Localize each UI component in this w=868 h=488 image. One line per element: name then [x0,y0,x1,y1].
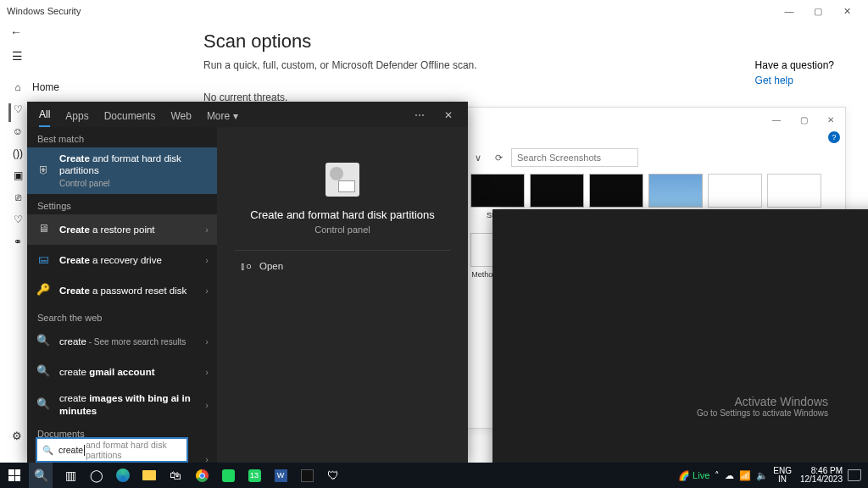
result-recovery-drive[interactable]: 🖴 Create a recovery drive › [27,245,217,275]
dropdown-icon[interactable]: ∨ [470,150,486,165]
close-button[interactable]: ✕ [832,2,861,20]
search-hint-text: and format hard disk partitions [86,440,181,460]
maximize-button[interactable]: ▢ [804,2,832,20]
tab-apps[interactable]: Apps [65,110,88,127]
task-view-icon[interactable]: ▥ [58,463,83,488]
hamburger-icon[interactable]: ☰ [12,49,23,63]
search-entered-text: create [58,445,83,455]
result-web-gmail[interactable]: 🔍 create gmail account › [27,357,217,387]
ws-titlebar: Windows Security — ▢ ✕ [0,0,868,22]
text-caret [84,445,85,456]
get-help-link[interactable]: Get help [755,75,834,86]
more-options-icon[interactable]: ⋯ [407,105,432,125]
search-close-button[interactable]: ✕ [436,105,461,125]
restore-icon: 🖥 [36,222,51,237]
active-indicator [8,103,11,122]
chevron-right-icon: › [205,400,209,410]
section-settings: Settings [27,194,217,214]
ws-title: Windows Security [7,6,81,16]
app-icon: ▣ [12,169,24,181]
edge-icon[interactable] [110,463,136,488]
start-search-panel: All Apps Documents Web More ▾ ⋯ ✕ Best m… [27,102,468,463]
result-password-reset[interactable]: 🔑 Create a password reset disk › [27,275,217,306]
tab-documents[interactable]: Documents [104,110,156,127]
wifi-icon[interactable]: 📶 [739,470,751,481]
fe-titlebar: — ▢ ✕ [465,108,845,131]
have-question: Have a question? [755,59,834,71]
chrome-icon[interactable] [189,463,214,488]
open-icon: ⫿▢ [241,261,251,271]
shield-icon: ♡ [12,103,24,115]
system-tray: 🌈 Live ˄ ☁ 📶 🔈 ENGIN 8:46 PM12/14/2023 [671,467,868,485]
chevron-right-icon: › [205,367,209,377]
result-web-bing-ai[interactable]: 🔍 create images with bing ai in minutes … [27,387,217,422]
minimize-button[interactable]: — [775,2,804,20]
speaker-icon[interactable]: 🔈 [756,470,768,481]
result-web-create[interactable]: 🔍 create - See more search results › [27,326,217,357]
explorer-icon[interactable] [136,463,162,488]
ws-main: Scan options Run a quick, full, custom, … [203,30,851,103]
partition-icon: ⛨ [36,164,51,179]
result-restore-point[interactable]: 🖥 Create a restore point › [27,214,217,245]
detail-partition-icon [326,163,359,197]
clock[interactable]: 8:46 PM12/14/2023 [800,467,843,485]
weather-live[interactable]: 🌈 Live [678,470,709,481]
file-explorer-window[interactable]: — ▢ ✕ ? ∨ ⟳ Step 1 Method 2- Step 2 Meth… [465,107,846,429]
fe-nav: ∨ ⟳ [465,147,845,169]
search-icon: 🔍 [42,445,53,456]
taskbar-search-icon[interactable]: 🔍 [29,463,53,488]
result-best-match[interactable]: ⛨ Create and format hard disk partitions… [27,147,217,194]
search-tabs: All Apps Documents Web More ▾ ⋯ ✕ [27,102,468,127]
notifications-icon[interactable] [848,469,861,481]
app-icon-generic[interactable] [215,463,241,488]
home-icon: ⌂ [12,81,24,93]
detail-sub: Control panel [314,225,370,235]
section-web: Search the web [27,306,217,326]
person-icon: ☺ [12,125,24,137]
terminal-icon[interactable] [294,463,320,488]
fe-search-input[interactable] [511,148,638,167]
detail-title: Create and format hard disk partitions [250,208,435,221]
family-icon: ⚭ [12,236,24,247]
cortana-icon[interactable]: ◯ [84,463,109,488]
taskbar-search-box[interactable]: 🔍 create and format hard disk partitions [36,437,188,463]
fe-minimize[interactable]: — [764,110,789,129]
drive-icon: 🖴 [36,252,51,268]
search-detail-pane: Create and format hard disk partitions C… [217,127,468,463]
security-icon[interactable]: 🛡 [320,463,346,488]
fe-maximize[interactable]: ▢ [791,110,816,129]
device-icon: ⎚ [12,191,24,203]
help-icon[interactable]: ? [828,131,840,143]
tray-chevron-up-icon[interactable]: ˄ [715,470,720,481]
search-icon: 🔍 [36,397,51,413]
section-best-match: Best match [27,127,217,147]
refresh-icon[interactable]: ⟳ [491,150,506,165]
sidebar-home[interactable]: ⌂Home [8,76,153,98]
fe-close[interactable]: ✕ [818,110,843,129]
language-indicator[interactable]: ENGIN [773,467,792,485]
search-icon: 🔍 [36,334,51,349]
back-button[interactable]: ← [10,25,22,39]
word-icon[interactable]: W [268,463,293,488]
tab-web[interactable]: Web [170,110,191,127]
tab-all[interactable]: All [39,108,50,127]
taskbar: 🔍 ▥ ◯ 🛍 13 W 🛡 🌈 Live ˄ ☁ 📶 🔈 ENGIN 8:46… [0,463,868,488]
taskbar-apps: ▥ ◯ 🛍 13 W 🛡 [58,463,346,488]
onedrive-icon[interactable]: ☁ [725,470,734,481]
store-icon[interactable]: 🛍 [163,463,188,488]
chevron-right-icon: › [205,225,209,235]
whatsapp-icon[interactable]: 13 [242,463,267,488]
search-results-list: Best match ⛨ Create and format hard disk… [27,127,217,463]
tab-more[interactable]: More ▾ [207,110,238,127]
settings-gear-icon[interactable]: ⚙ [12,430,22,442]
detail-open-action[interactable]: ⫿▢ Open [241,261,283,271]
start-button[interactable] [0,463,29,488]
chevron-right-icon: › [205,286,209,296]
chevron-right-icon: › [205,336,209,347]
activate-watermark: Activate Windows Go to Settings to activ… [697,395,828,418]
wifi-icon: ()) [12,147,24,159]
search-icon: 🔍 [36,364,51,380]
help-box: Have a question? Get help [755,59,834,86]
chevron-right-icon: › [205,255,209,265]
scan-options-heading: Scan options [203,30,851,53]
